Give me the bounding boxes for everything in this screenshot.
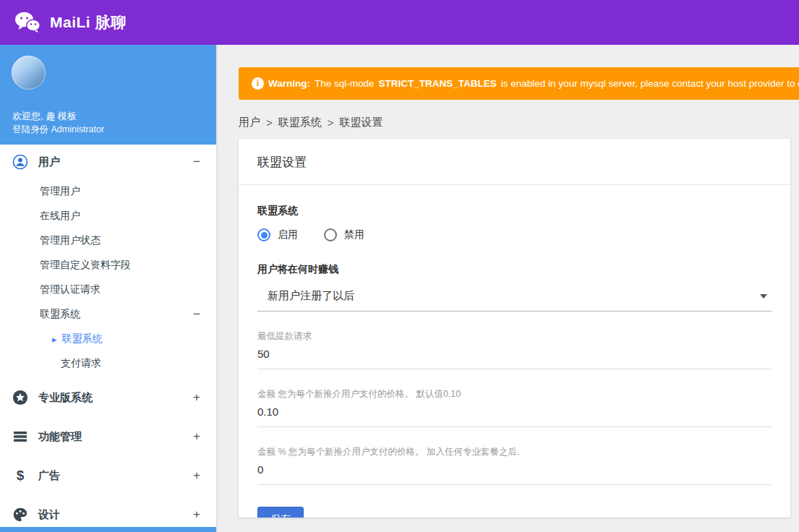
breadcrumb-item-users[interactable]: 用户 bbox=[239, 116, 260, 129]
welcome-text: 欢迎您, 趣 模板 bbox=[12, 109, 104, 123]
save-button[interactable]: 保存 bbox=[257, 507, 304, 518]
warning-text-2: is enabled in your mysql server, please … bbox=[501, 78, 799, 89]
sidebar-item-users[interactable]: 用户 − bbox=[0, 145, 216, 179]
earn-when-select[interactable]: 新用户注册了以后 bbox=[257, 283, 772, 312]
welcome-block: 欢迎您, 趣 模板 登陆身份 Administrator bbox=[12, 109, 104, 137]
warning-banner: Warning: The sql-mode STRICT_TRANS_TABLE… bbox=[239, 67, 799, 100]
sidebar-item-label: 在线用户 bbox=[40, 210, 80, 223]
expand-plus-indicator: + bbox=[193, 390, 200, 405]
field-label-amount-per-user: 金额 您为每个新推介用户支付的价格。 默认值0.10 bbox=[257, 388, 772, 400]
amount-per-user-input[interactable] bbox=[257, 400, 772, 427]
field-group-min-withdrawal: 最低提款请求 bbox=[257, 330, 772, 369]
dollar-icon bbox=[12, 468, 29, 484]
brand-title: MaiLi 脉聊 bbox=[50, 12, 127, 33]
field-label-min-withdrawal: 最低提款请求 bbox=[257, 330, 772, 343]
sidebar-item-label: 用户 bbox=[38, 155, 60, 169]
chevron-down-icon bbox=[760, 294, 767, 299]
role-text: 登陆身份 Administrator bbox=[12, 123, 104, 137]
sidebar: 欢迎您, 趣 模板 登陆身份 Administrator 用户 − 管理用户 在… bbox=[0, 45, 216, 532]
sidebar-item-label: 功能管理 bbox=[38, 430, 82, 444]
sidebar-item-affiliates-settings-active[interactable]: 联盟系统 bbox=[0, 327, 216, 351]
sidebar-item-label: 设计 bbox=[38, 508, 60, 522]
radio-option-enable[interactable]: 启用 bbox=[257, 228, 298, 241]
breadcrumb-item-affiliates[interactable]: 联盟系统 bbox=[278, 116, 322, 129]
sidebar-item-affiliates[interactable]: 联盟系统 − bbox=[0, 302, 216, 327]
sidebar-item-label: 广告 bbox=[38, 469, 60, 483]
sidebar-item-label: 管理自定义资料字段 bbox=[40, 259, 131, 272]
expand-plus-indicator: + bbox=[193, 507, 200, 522]
amount-percent-input[interactable] bbox=[257, 458, 772, 485]
topbar: MaiLi 脉聊 bbox=[0, 0, 799, 45]
expand-plus-indicator: + bbox=[193, 429, 200, 444]
sidebar-menu: 用户 − 管理用户 在线用户 管理用户状态 管理自定义资料字段 管理认证请求 联… bbox=[0, 145, 216, 532]
field-group-amount-percent: 金额 % 您为每个新推介用户支付的价格。 加入任何专业套餐之后. bbox=[257, 446, 772, 485]
sidebar-user-panel: 欢迎您, 趣 模板 登陆身份 Administrator bbox=[0, 45, 216, 145]
breadcrumb-separator: > bbox=[266, 116, 273, 129]
sidebar-item-manage-users[interactable]: 管理用户 bbox=[0, 179, 216, 204]
warning-bold-label: Warning: bbox=[268, 78, 310, 89]
sidebar-item-manage-user-status[interactable]: 管理用户状态 bbox=[0, 228, 216, 253]
sidebar-item-ads[interactable]: 广告 + bbox=[0, 458, 216, 493]
collapse-minus-indicator: − bbox=[193, 307, 200, 322]
field-group-earn-when: 用户将在何时赚钱 新用户注册了以后 bbox=[257, 263, 772, 312]
card-body: 联盟系统 启用 禁用 用户将在何时赚钱 新用户注册了以后 bbox=[239, 185, 790, 518]
expand-plus-indicator: + bbox=[193, 468, 200, 483]
wechat-logo-icon bbox=[14, 12, 40, 33]
radio-label-enable: 启用 bbox=[278, 228, 298, 241]
radio-label-disable: 禁用 bbox=[344, 228, 364, 241]
radio-unchecked-icon bbox=[324, 228, 337, 241]
card-title: 联盟设置 bbox=[239, 139, 790, 185]
affiliate-system-radio-group: 启用 禁用 bbox=[257, 228, 772, 241]
sidebar-item-feature-management[interactable]: 功能管理 + bbox=[0, 419, 216, 454]
sidebar-item-label: 管理用户 bbox=[40, 185, 80, 198]
main-content: Warning: The sql-mode STRICT_TRANS_TABLE… bbox=[216, 45, 799, 532]
sidebar-item-label: 支付请求 bbox=[61, 357, 101, 370]
radio-option-disable[interactable]: 禁用 bbox=[324, 228, 364, 241]
sidebar-item-label: 管理用户状态 bbox=[40, 234, 101, 247]
sidebar-bottom-strip bbox=[0, 527, 216, 532]
avatar bbox=[12, 56, 46, 90]
field-group-amount-per-user: 金额 您为每个新推介用户支付的价格。 默认值0.10 bbox=[257, 388, 772, 427]
sidebar-item-label: 联盟系统 bbox=[40, 308, 80, 321]
field-group-affiliate-system: 联盟系统 启用 禁用 bbox=[257, 205, 772, 241]
palette-icon bbox=[12, 507, 29, 523]
radio-checked-icon bbox=[257, 228, 270, 241]
warning-sql-mode: STRICT_TRANS_TABLES bbox=[379, 78, 497, 89]
field-label-amount-percent: 金额 % 您为每个新推介用户支付的价格。 加入任何专业套餐之后. bbox=[257, 446, 772, 458]
sidebar-item-online-users[interactable]: 在线用户 bbox=[0, 204, 216, 228]
sidebar-item-pro-system[interactable]: 专业版系统 + bbox=[0, 380, 216, 415]
list-bars-icon bbox=[12, 429, 29, 444]
field-label-earn-when: 用户将在何时赚钱 bbox=[257, 263, 772, 276]
info-icon bbox=[252, 77, 264, 90]
sidebar-item-manage-verification-requests[interactable]: 管理认证请求 bbox=[0, 278, 216, 302]
star-badge-icon bbox=[12, 390, 29, 406]
sidebar-item-label: 联盟系统 bbox=[62, 332, 103, 346]
caret-right-icon bbox=[52, 333, 57, 345]
sidebar-item-label: 管理认证请求 bbox=[40, 283, 101, 296]
sidebar-item-manage-custom-fields[interactable]: 管理自定义资料字段 bbox=[0, 253, 216, 278]
breadcrumb-item-current: 联盟设置 bbox=[340, 116, 383, 129]
user-icon bbox=[12, 154, 29, 170]
breadcrumb-separator: > bbox=[328, 116, 334, 129]
collapse-minus-indicator: − bbox=[193, 155, 200, 169]
sidebar-item-label: 专业版系统 bbox=[38, 391, 93, 405]
sidebar-item-payment-requests[interactable]: 支付请求 bbox=[0, 351, 216, 376]
breadcrumb: 用户 > 联盟系统 > 联盟设置 bbox=[239, 116, 799, 129]
warning-text-1: The sql-mode bbox=[315, 78, 375, 89]
min-withdrawal-input[interactable] bbox=[257, 343, 772, 369]
field-label-affiliate-system: 联盟系统 bbox=[257, 205, 772, 218]
affiliate-settings-card: 联盟设置 联盟系统 启用 禁用 用户将在何时赚钱 bbox=[239, 139, 790, 518]
select-value: 新用户注册了以后 bbox=[268, 289, 354, 303]
